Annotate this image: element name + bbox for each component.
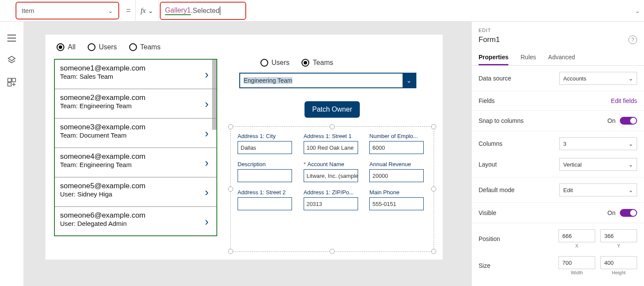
section-label: EDIT: [479, 28, 637, 33]
chevron-right-icon[interactable]: ›: [205, 156, 209, 169]
properties-panel: EDIT Form1 ? PropertiesRulesAdvanced Dat…: [471, 22, 644, 286]
radio-label: Users: [99, 43, 117, 51]
chevron-down-icon: ⌄: [108, 7, 113, 14]
gallery-item-subtitle: User: Sidney Higa: [60, 190, 199, 198]
radio-option[interactable]: All: [57, 43, 76, 51]
prop-label: Size: [479, 262, 490, 269]
chevron-right-icon[interactable]: ›: [205, 215, 209, 228]
default-mode-dropdown[interactable]: Edit ⌄: [559, 183, 637, 196]
prop-label: Snap to columns: [479, 117, 523, 124]
gallery-item-title: someone1@example.com: [60, 64, 199, 73]
hamburger-icon[interactable]: [7, 35, 16, 42]
team-combo[interactable]: Engineering Team ⌄: [239, 73, 416, 88]
edit-fields-link[interactable]: Edit fields: [611, 97, 637, 104]
resize-handle[interactable]: [228, 249, 233, 254]
radio-icon: [301, 59, 309, 67]
prop-label: Default mode: [479, 186, 514, 193]
gallery-item[interactable]: someone5@example.comUser: Sidney Higa›: [55, 177, 216, 207]
gallery-item-title: someone2@example.com: [60, 93, 199, 102]
radio-option[interactable]: Teams: [129, 43, 161, 51]
field-input[interactable]: 20000: [369, 169, 424, 182]
formula-bar: Item ⌄ = fx ⌄ Gallery1.Selected ⌄: [0, 0, 644, 22]
size-width-input[interactable]: 700: [558, 256, 595, 269]
chevron-down-icon: ⌄: [628, 161, 633, 168]
radio-option[interactable]: Users: [260, 59, 290, 67]
fx-label[interactable]: fx ⌄: [135, 0, 159, 21]
gallery-item[interactable]: someone2@example.comTeam: Engineering Te…: [55, 89, 216, 119]
gallery-item[interactable]: someone1@example.comTeam: Sales Team›: [55, 60, 216, 89]
gallery-item-subtitle: Team: Sales Team: [60, 73, 199, 80]
radio-label: Teams: [140, 43, 161, 51]
chevron-right-icon[interactable]: ›: [205, 185, 209, 199]
visible-toggle[interactable]: [620, 209, 637, 217]
property-tabs: PropertiesRulesAdvanced: [472, 50, 644, 66]
gallery-item-subtitle: Team: Engineering Team: [60, 161, 199, 168]
resize-handle[interactable]: [330, 249, 335, 254]
position-x-input[interactable]: 666: [558, 229, 595, 242]
svg-rect-3: [8, 83, 11, 86]
insert-icon[interactable]: [7, 78, 16, 87]
gallery-item[interactable]: someone3@example.comTeam: Document Team›: [55, 119, 216, 148]
svg-rect-2: [12, 78, 16, 82]
svg-rect-1: [8, 78, 11, 82]
resize-handle[interactable]: [431, 124, 436, 129]
tab-rules[interactable]: Rules: [520, 50, 536, 65]
resize-handle[interactable]: [228, 124, 233, 129]
field-input[interactable]: [238, 197, 292, 210]
chevron-right-icon[interactable]: ›: [205, 97, 209, 110]
field-label: Annual Revenue: [369, 161, 427, 167]
patch-owner-button[interactable]: Patch Owner: [305, 101, 360, 118]
prop-label: Position: [479, 235, 500, 242]
tab-properties[interactable]: Properties: [479, 50, 508, 65]
layout-dropdown[interactable]: Vertical ⌄: [559, 158, 637, 171]
prop-label: Data source: [479, 75, 511, 82]
chevron-down-icon: ⌄: [628, 141, 633, 147]
radio-option[interactable]: Users: [88, 43, 117, 51]
field-input[interactable]: 555-0151: [369, 197, 424, 210]
gallery-item-subtitle: Team: Document Team: [60, 132, 199, 139]
field-input[interactable]: Dallas: [238, 141, 292, 154]
help-icon[interactable]: ?: [628, 35, 637, 44]
columns-dropdown[interactable]: 3 ⌄: [559, 137, 637, 150]
position-y-input[interactable]: 366: [600, 229, 637, 242]
radio-icon: [88, 43, 95, 51]
size-height-input[interactable]: 400: [600, 256, 637, 269]
gallery-item[interactable]: someone6@example.comUser: Delegated Admi…: [55, 207, 216, 236]
property-dropdown[interactable]: Item ⌄: [16, 2, 119, 19]
gallery1[interactable]: someone1@example.comTeam: Sales Team›som…: [54, 59, 217, 236]
field-label: Address 1: Street 2: [238, 189, 295, 196]
tab-advanced[interactable]: Advanced: [548, 50, 575, 65]
radio-label: Teams: [313, 59, 333, 67]
filter-radios-right: UsersTeams: [260, 59, 339, 67]
form-field: Main Phone555-0151: [369, 189, 427, 213]
field-label: Address 1: Street 1: [304, 133, 361, 139]
snap-toggle[interactable]: [620, 117, 637, 125]
gallery-item-title: someone4@example.com: [60, 152, 199, 161]
gallery-item[interactable]: someone4@example.comTeam: Engineering Te…: [55, 148, 216, 177]
resize-handle[interactable]: [330, 124, 335, 129]
chevron-right-icon[interactable]: ›: [205, 126, 209, 140]
expand-formula-icon[interactable]: ⌄: [631, 0, 644, 21]
chevron-down-icon[interactable]: ⌄: [403, 74, 416, 87]
field-input[interactable]: 6000: [369, 141, 424, 154]
resize-handle[interactable]: [228, 186, 233, 192]
field-input[interactable]: 100 Red Oak Lane: [304, 141, 358, 154]
form1[interactable]: Address 1: CityDallasAddress 1: Street 1…: [230, 126, 434, 252]
formula-input[interactable]: Gallery1.Selected: [159, 0, 631, 21]
layers-icon[interactable]: [7, 55, 16, 64]
canvas-area[interactable]: AllUsersTeams someone1@example.comTeam: …: [24, 22, 471, 286]
field-label: Description: [238, 161, 295, 167]
field-input[interactable]: Litware, Inc. (sample: [304, 169, 358, 182]
chevron-down-icon: ⌄: [148, 7, 153, 14]
field-label: Number of Emplo...: [369, 133, 427, 139]
form-field: Address 1: CityDallas: [238, 133, 295, 157]
field-input[interactable]: 20313: [304, 197, 358, 210]
chevron-right-icon[interactable]: ›: [205, 67, 209, 81]
data-source-dropdown[interactable]: Accounts ⌄: [559, 72, 637, 85]
resize-handle[interactable]: [431, 186, 436, 192]
radio-option[interactable]: Teams: [301, 59, 333, 67]
selected-object-name: Form1: [479, 35, 500, 44]
gallery-item-title: someone6@example.com: [60, 211, 199, 220]
field-input[interactable]: [238, 169, 292, 182]
resize-handle[interactable]: [431, 249, 436, 254]
